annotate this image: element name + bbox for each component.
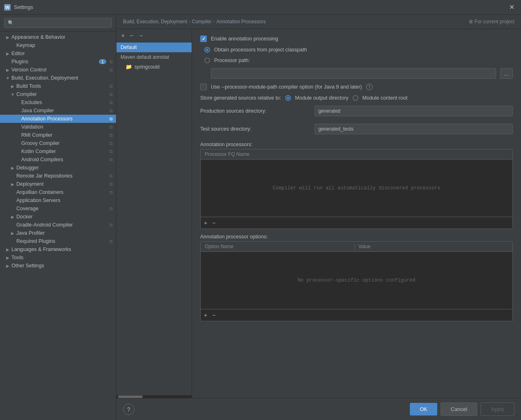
sidebar-item-android-compilers[interactable]: Android Compilers ⧉: [0, 156, 116, 164]
copy-icon[interactable]: ⧉: [110, 149, 113, 154]
help-button[interactable]: ?: [123, 404, 134, 415]
expand-arrow: [10, 173, 16, 179]
panel-content: + − → Default Maven default annotat 📁 sp…: [116, 29, 521, 398]
ok-button[interactable]: OK: [410, 403, 437, 416]
help-icon[interactable]: ?: [366, 84, 373, 90]
processor-table: Processor FQ Name Compiler will run all …: [200, 149, 513, 229]
sidebar-item-rmi-compiler[interactable]: RMI Compiler ⧉: [0, 131, 116, 139]
sidebar-item-validation[interactable]: Validation ⧉: [0, 123, 116, 131]
remove-processor-button[interactable]: −: [128, 31, 134, 40]
sidebar-item-build-tools[interactable]: ▶ Build Tools ⧉: [0, 82, 116, 90]
sidebar-item-excludes[interactable]: Excludes ⧉: [0, 98, 116, 107]
copy-icon[interactable]: ⧉: [110, 173, 113, 179]
copy-icon[interactable]: ⧉: [110, 190, 113, 195]
sidebar-item-editor[interactable]: ▶ Editor: [0, 49, 116, 58]
expand-arrow: ▼: [5, 75, 11, 81]
sidebar-item-label: Required Plugins: [16, 238, 108, 244]
close-button[interactable]: ✕: [507, 2, 517, 13]
sidebar-item-app-servers[interactable]: Application Servers: [0, 196, 116, 204]
sidebar-item-java-compiler[interactable]: Java Compiler ⧉: [0, 107, 116, 115]
expand-arrow: [15, 157, 20, 162]
test-sources-input[interactable]: [315, 124, 513, 134]
sidebar-item-appearance[interactable]: ▶ Appearance & Behavior: [0, 33, 116, 41]
sidebar-item-other-settings[interactable]: ▶ Other Settings: [0, 262, 116, 270]
processor-list-item-springcould[interactable]: 📁 springcould: [116, 62, 192, 71]
processor-list-panel: + − → Default Maven default annotat 📁 sp…: [116, 29, 192, 398]
list-scrollbar[interactable]: [116, 395, 192, 398]
copy-icon[interactable]: ⧉: [110, 100, 113, 105]
sidebar-item-plugins[interactable]: Plugins 1 ⧉: [0, 58, 116, 66]
module-content-label: Module content root: [362, 95, 408, 101]
sidebar-item-remote-jar[interactable]: Remote Jar Repositories ⧉: [0, 172, 116, 180]
breadcrumb-part2: Compiler: [192, 19, 212, 24]
sidebar-item-build-exec[interactable]: ▼ Build, Execution, Deployment: [0, 74, 116, 82]
copy-icon[interactable]: ⧉: [110, 116, 113, 122]
sidebar-item-compiler[interactable]: ▼ Compiler ⧉: [0, 90, 116, 98]
copy-icon[interactable]: ⧉: [110, 222, 113, 228]
copy-icon[interactable]: ⧉: [110, 141, 113, 146]
sidebar-item-label: Annotation Processors: [21, 116, 108, 122]
copy-icon[interactable]: ⧉: [110, 124, 113, 130]
store-generated-label: Store generated sources relative to:: [200, 95, 281, 101]
module-output-radio[interactable]: [285, 95, 291, 101]
sidebar-item-kotlin-compiler[interactable]: Kotlin Compiler ⧉: [0, 147, 116, 156]
sidebar-item-label: Android Compilers: [21, 157, 108, 162]
processor-list-item-maven[interactable]: Maven default annotat: [116, 52, 192, 62]
sidebar-item-required-plugins[interactable]: Required Plugins ⧉: [0, 237, 116, 245]
sidebar-item-label: Build Tools: [16, 83, 108, 89]
sidebar-item-version-control[interactable]: ▶ Version Control ⧉: [0, 66, 116, 74]
production-sources-input[interactable]: [315, 106, 513, 116]
sidebar-item-groovy-compiler[interactable]: Groovy Compiler ⧉: [0, 139, 116, 147]
sidebar-item-java-profiler[interactable]: ▶ Java Profiler: [0, 229, 116, 237]
copy-icon[interactable]: ⧉: [110, 67, 113, 73]
copy-icon[interactable]: ⧉: [110, 84, 113, 89]
obtain-processors-radio[interactable]: [204, 47, 210, 53]
options-table-toolbar: + −: [201, 309, 512, 321]
copy-icon[interactable]: ⧉: [110, 239, 113, 244]
add-processor-button[interactable]: +: [120, 31, 126, 40]
breadcrumb-part3: Annotation Processors: [217, 19, 266, 24]
copy-icon[interactable]: ⧉: [110, 133, 113, 138]
expand-arrow: ▶: [5, 255, 11, 260]
processor-path-radio[interactable]: [204, 58, 210, 63]
sidebar-item-arquillian[interactable]: Arquillian Containers ⧉: [0, 188, 116, 196]
sidebar-item-debugger[interactable]: ▶ Debugger: [0, 164, 116, 172]
processor-list-item-default[interactable]: Default: [116, 42, 192, 52]
processor-path-input[interactable]: [211, 68, 496, 79]
copy-icon[interactable]: ⧉: [110, 206, 113, 211]
test-sources-label: Test sources directory:: [200, 126, 306, 132]
sidebar-item-languages[interactable]: ▶ Languages & Frameworks: [0, 245, 116, 253]
copy-icon[interactable]: ⧉: [110, 157, 113, 162]
sidebar-item-coverage[interactable]: Coverage ⧉: [0, 204, 116, 213]
remove-option-button[interactable]: −: [210, 311, 217, 319]
apply-button[interactable]: Apply: [481, 402, 514, 416]
browse-button[interactable]: …: [500, 68, 513, 79]
sidebar-item-annotation-processors[interactable]: Annotation Processors ⧉: [0, 115, 116, 123]
sidebar-item-deployment[interactable]: ▶ Deployment ⧉: [0, 180, 116, 188]
enable-annotation-checkbox[interactable]: [200, 36, 207, 42]
copy-icon[interactable]: ⧉: [110, 59, 113, 64]
cancel-button[interactable]: Cancel: [441, 402, 477, 416]
options-col2: Value: [355, 244, 508, 249]
scroll-thumb: [118, 396, 143, 398]
use-processor-module-checkbox[interactable]: [200, 84, 207, 90]
copy-icon[interactable]: ⧉: [110, 108, 113, 113]
sidebar-item-label: Appearance & Behavior: [11, 34, 113, 40]
search-input[interactable]: [4, 18, 112, 28]
search-box: [0, 15, 116, 31]
add-processor-row-button[interactable]: +: [202, 219, 209, 227]
breadcrumb: Build, Execution, Deployment › Compiler …: [116, 15, 521, 29]
copy-icon[interactable]: ⧉: [110, 92, 113, 97]
sidebar-item-label: Java Compiler: [21, 108, 108, 113]
sidebar-item-keymap[interactable]: Keymap: [0, 41, 116, 49]
expand-arrow: [15, 116, 20, 122]
module-content-radio[interactable]: [353, 95, 358, 101]
navigate-processor-button[interactable]: →: [136, 31, 145, 40]
sidebar-item-label: Debugger: [16, 165, 113, 171]
add-option-button[interactable]: +: [202, 311, 209, 319]
remove-processor-row-button[interactable]: −: [210, 219, 217, 227]
sidebar-item-tools[interactable]: ▶ Tools: [0, 253, 116, 262]
sidebar-item-docker[interactable]: ▶ Docker: [0, 213, 116, 221]
sidebar-item-gradle-android[interactable]: Gradle-Android Compiler ⧉: [0, 221, 116, 229]
copy-icon[interactable]: ⧉: [110, 182, 113, 187]
